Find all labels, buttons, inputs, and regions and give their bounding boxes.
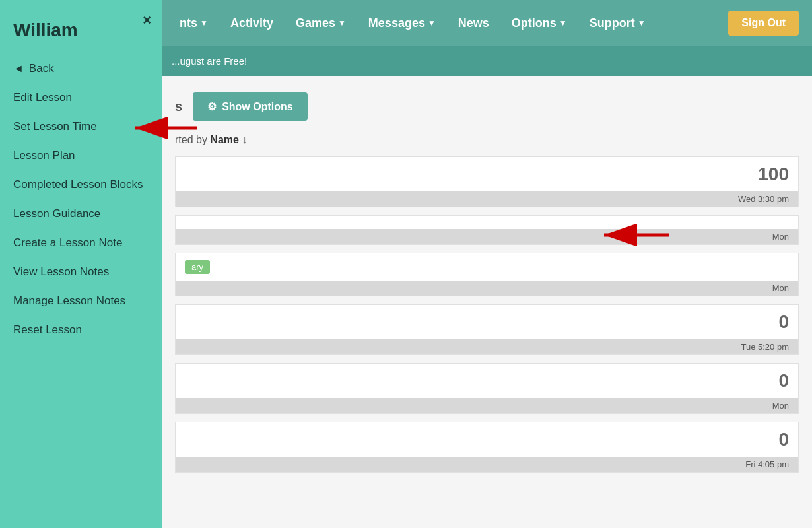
nav-label-nts: nts (180, 16, 197, 30)
sorted-by-label: rted by Name ↓ (175, 134, 799, 146)
sidebar: William × ◄ Back Edit Lesson Set Lesson … (0, 0, 162, 528)
sidebar-item-create-lesson-note[interactable]: Create a Lesson Note (0, 228, 162, 257)
nav-item-news[interactable]: News (450, 11, 497, 36)
nav-label-options: Options (512, 16, 557, 30)
student-score: 100 (749, 164, 789, 185)
nav-label-messages: Messages (368, 16, 425, 30)
table-row: 100 Wed 3:30 pm (175, 156, 799, 207)
sidebar-label-edit-lesson: Edit Lesson (13, 91, 72, 104)
nav-item-nts[interactable]: nts ▼ (172, 11, 216, 36)
show-options-label: Show Options (222, 101, 293, 113)
sidebar-item-lesson-guidance[interactable]: Lesson Guidance (0, 199, 162, 228)
sorted-by-field: Name (210, 134, 239, 145)
student-name: ary (185, 260, 749, 274)
student-score: 0 (749, 429, 789, 450)
student-main-row: 0 (176, 305, 798, 339)
sidebar-label-lesson-plan: Lesson Plan (13, 149, 75, 162)
nav-item-messages[interactable]: Messages ▼ (360, 11, 444, 36)
nav-item-activity[interactable]: Activity (222, 11, 281, 36)
student-time: Mon (176, 398, 798, 413)
announcement-text: ...ugust are Free! (172, 55, 247, 67)
table-row: 0 Tue 5:20 pm (175, 304, 799, 355)
sidebar-item-lesson-plan[interactable]: Lesson Plan (0, 141, 162, 170)
nav-item-options[interactable]: Options ▼ (504, 11, 575, 36)
show-options-button[interactable]: ⚙ Show Options (193, 92, 308, 121)
student-time: Fri 4:05 pm (176, 457, 798, 472)
sidebar-label-manage-lesson-notes: Manage Lesson Notes (13, 294, 125, 308)
sidebar-item-manage-lesson-notes[interactable]: Manage Lesson Notes (0, 286, 162, 315)
nav-label-activity: Activity (230, 16, 273, 30)
nav-label-games: Games (296, 16, 335, 30)
sidebar-label-back: Back (29, 62, 54, 75)
sidebar-label-view-lesson-notes: View Lesson Notes (13, 265, 109, 279)
sorted-by-arrow: ↓ (242, 134, 247, 145)
table-row: 0 Mon (175, 363, 799, 414)
sidebar-item-set-lesson-time[interactable]: Set Lesson Time (0, 112, 162, 141)
sorted-by-prefix: rted by (175, 134, 210, 145)
student-tag: ary (185, 260, 210, 274)
sidebar-item-reset-lesson[interactable]: Reset Lesson (0, 315, 162, 345)
student-time: Tue 5:20 pm (176, 339, 798, 354)
sidebar-item-completed-lesson-blocks[interactable]: Completed Lesson Blocks (0, 170, 162, 199)
sidebar-item-edit-lesson[interactable]: Edit Lesson (0, 83, 162, 112)
nav-arrow-support: ▼ (638, 18, 646, 28)
sidebar-user-title: William (0, 13, 162, 54)
show-options-area: s ⚙ Show Options (175, 89, 799, 121)
student-time: Mon (176, 229, 798, 244)
sidebar-close-button[interactable]: × (143, 12, 151, 29)
nav-label-support: Support (590, 16, 635, 30)
nav-item-games[interactable]: Games ▼ (288, 11, 354, 36)
student-score: 0 (749, 370, 789, 391)
sidebar-label-reset-lesson: Reset Lesson (13, 323, 82, 337)
student-main-row: 100 (176, 157, 798, 191)
nav-arrow-options: ▼ (559, 18, 567, 28)
sidebar-label-completed-lesson-blocks: Completed Lesson Blocks (13, 178, 143, 191)
nav-item-support[interactable]: Support ▼ (582, 11, 654, 36)
sidebar-label-lesson-guidance: Lesson Guidance (13, 207, 100, 220)
table-row: Mon (175, 215, 799, 245)
table-row: ary Mon (175, 253, 799, 296)
page-heading-partial: s (175, 99, 182, 114)
nav-arrow-messages: ▼ (428, 18, 436, 28)
student-list: 100 Wed 3:30 pm Mon ary Mon (175, 156, 799, 480)
nav-arrow-games: ▼ (338, 18, 346, 28)
sidebar-item-back[interactable]: ◄ Back (0, 54, 162, 83)
student-score: 0 (749, 312, 789, 333)
student-main-row: 0 (176, 422, 798, 457)
sidebar-label-set-lesson-time: Set Lesson Time (13, 120, 97, 133)
sidebar-label-create-lesson-note: Create a Lesson Note (13, 236, 122, 249)
student-main-row (176, 216, 798, 229)
student-time: Mon (176, 280, 798, 296)
gear-icon: ⚙ (207, 100, 217, 113)
sign-out-button[interactable]: Sign Out (728, 11, 799, 36)
sidebar-item-view-lesson-notes[interactable]: View Lesson Notes (0, 257, 162, 286)
nav-label-news: News (458, 16, 489, 30)
nav-arrow-nts: ▼ (200, 18, 208, 28)
student-main-row: ary (176, 253, 798, 280)
student-time: Wed 3:30 pm (176, 191, 798, 207)
student-main-row: 0 (176, 364, 798, 398)
main-content: s ⚙ Show Options rted by Name ↓ 100 Wed … (162, 76, 812, 528)
back-arrow-icon: ◄ (13, 63, 24, 75)
table-row: 0 Fri 4:05 pm (175, 422, 799, 473)
